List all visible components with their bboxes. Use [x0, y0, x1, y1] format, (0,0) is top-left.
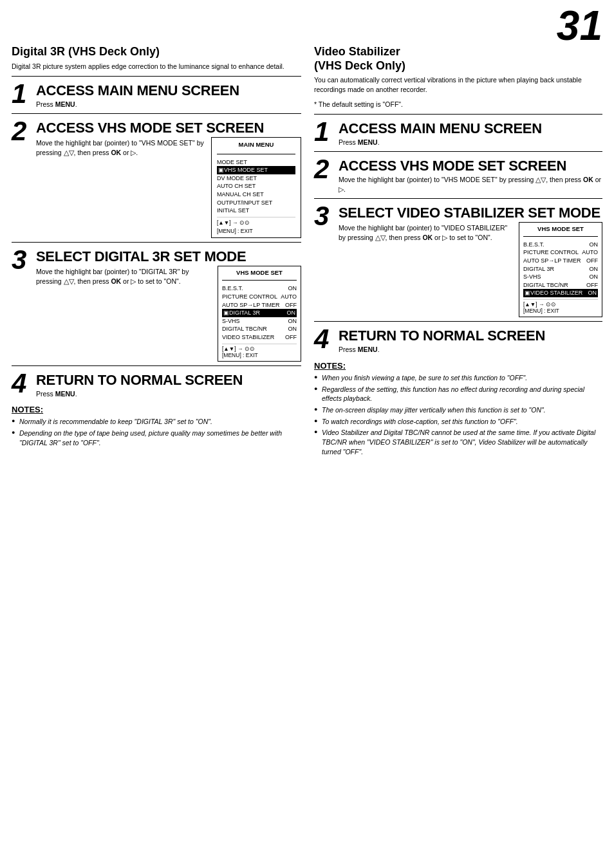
left-step-2-body: Move the highlight bar (pointer) to "VHS… [36, 137, 301, 238]
menu-item-initial-set: INITIAL SET [217, 207, 295, 215]
right-step-3-vhs-footer: [▲▼] → ⊙⊙[MENU] : EXIT [523, 299, 598, 314]
main-content: Digital 3R (VHS Deck Only) Digital 3R pi… [0, 39, 614, 465]
left-step-1: 1 ACCESS MAIN MENU SCREEN Press MENU. [12, 80, 301, 109]
right-divider-2 [314, 198, 602, 199]
vhs-item-svhs: S-VHSON [222, 317, 297, 326]
left-step-3-text: Move the highlight bar (pointer) to "DIG… [36, 267, 212, 286]
left-step-2-content: ACCESS VHS MODE SET SCREEN Move the high… [36, 120, 301, 238]
right-step-3-body: Move the highlight bar (pointer) to "VID… [339, 222, 602, 317]
right-divider-3 [314, 321, 602, 322]
right-step-3-text: Move the highlight bar (pointer) to "VID… [339, 223, 514, 242]
left-step-4-heading: RETURN TO NORMAL SCREEN [36, 373, 301, 388]
left-step-2-text: Move the highlight bar (pointer) to "VHS… [36, 138, 206, 157]
right-step-2-number: 2 [314, 156, 335, 183]
left-notes: NOTES: Normally it is recommendable to k… [12, 405, 301, 447]
menu-item-manual-ch-set: MANUAL CH SET [217, 190, 295, 199]
left-step-3-body: Move the highlight bar (pointer) to "DIG… [36, 266, 301, 361]
page-number: 31 [557, 5, 602, 46]
left-step-1-number: 1 [12, 80, 32, 107]
left-step-3-number: 3 [12, 246, 32, 273]
right-step-4: 4 RETURN TO NORMAL SCREEN Press MENU. [314, 326, 602, 355]
right-step-4-content: RETURN TO NORMAL SCREEN Press MENU. [339, 328, 602, 355]
right-section-desc: You can automatically correct vertical v… [314, 75, 602, 94]
right-note-4: To watch recordings with close-caption, … [314, 417, 602, 427]
left-notes-title: NOTES: [12, 405, 301, 414]
left-step-4-number: 4 [12, 370, 32, 397]
right-section-title: Video Stabilizer(VHS Deck Only) [314, 45, 602, 73]
right-step-3-vhs-title: VHS MODE SET [523, 225, 598, 232]
right-vhs-item-svhs: S-VHSON [523, 273, 598, 281]
right-vhs-item-auto-sp: AUTO SP→LP TIMEROFF [523, 257, 598, 265]
left-column: Digital 3R (VHS Deck Only) Digital 3R pi… [12, 45, 301, 458]
menu-item-auto-ch-set: AUTO CH SET [217, 182, 295, 190]
left-step-1-heading: ACCESS MAIN MENU SCREEN [36, 83, 301, 98]
menu-divider [217, 154, 295, 154]
menu-item-dv-mode-set: DV MODE SET [217, 174, 295, 183]
left-step-1-text: Press MENU. [36, 100, 301, 109]
right-divider-top [314, 114, 602, 115]
left-step-2-heading: ACCESS VHS MODE SET SCREEN [36, 120, 301, 136]
menu-item-output-input-set: OUTPUT/INPUT SET [217, 199, 295, 207]
left-step-4-content: RETURN TO NORMAL SCREEN Press MENU. [36, 373, 301, 399]
right-vhs-item-best: B.E.S.T.ON [523, 241, 598, 249]
left-step-3: 3 SELECT DIGITAL 3R SET MODE Move the hi… [12, 246, 301, 361]
right-notes: NOTES: When you finish viewing a tape, b… [314, 361, 602, 457]
left-step-4: 4 RETURN TO NORMAL SCREEN Press MENU. [12, 370, 301, 399]
right-divider-1 [314, 151, 602, 152]
vhs-item-auto-sp: AUTO SP→LP TIMEROFF [222, 301, 297, 309]
menu-item-mode-set: MODE SET [217, 158, 295, 167]
left-step-1-content: ACCESS MAIN MENU SCREEN Press MENU. [36, 83, 301, 109]
right-vhs-item-digital3r: DIGITAL 3RON [523, 265, 598, 273]
left-step-2-menu-box: MAIN MENU MODE SET ▣VHS MODE SET DV MODE… [211, 137, 301, 238]
left-divider-2 [12, 242, 301, 243]
vhs-item-digital-tbc: DIGITAL TBC/NRON [222, 325, 297, 333]
right-step-3-content: SELECT VIDEO STABILIZER SET MODE Move th… [339, 205, 602, 317]
left-note-1: Normally it is recommendable to keep "DI… [12, 417, 301, 427]
left-step-3-vhs-box: VHS MODE SET B.E.S.T.ON PICTURE CONTROLA… [218, 266, 301, 361]
right-step-3: 3 SELECT VIDEO STABILIZER SET MODE Move … [314, 203, 602, 317]
right-step-2-heading: ACCESS VHS MODE SET SCREEN [339, 158, 602, 174]
menu-item-vhs-mode-set: ▣VHS MODE SET [217, 166, 295, 174]
right-step-2-text: Move the highlight bar (pointer) to "VHS… [339, 175, 602, 194]
vhs-divider [222, 280, 297, 281]
left-step-3-content: SELECT DIGITAL 3R SET MODE Move the high… [36, 249, 301, 361]
right-step-4-number: 4 [314, 326, 335, 353]
right-step-1-number: 1 [314, 118, 335, 145]
right-vhs-item-video-stab: ▣VIDEO STABILIZERON [523, 289, 598, 297]
right-step-3-number: 3 [314, 203, 335, 230]
right-step-3-heading: SELECT VIDEO STABILIZER SET MODE [339, 205, 602, 221]
right-note-5: Video Stabilizer and Digital TBC/NR cann… [314, 428, 602, 456]
left-step-3-vhs-title: VHS MODE SET [222, 269, 297, 276]
left-step-4-text: Press MENU. [36, 389, 301, 399]
left-divider-3 [12, 365, 301, 366]
right-note-1: When you finish viewing a tape, be sure … [314, 373, 602, 383]
vhs-item-best: B.E.S.T.ON [222, 284, 297, 293]
right-step-4-text: Press MENU. [339, 345, 602, 355]
left-divider-1 [12, 113, 301, 114]
left-notes-list: Normally it is recommendable to keep "DI… [12, 417, 301, 447]
left-section-title: Digital 3R (VHS Deck Only) [12, 45, 301, 59]
left-divider-top [12, 76, 301, 77]
right-step-4-heading: RETURN TO NORMAL SCREEN [339, 328, 602, 344]
right-note-2: Regardless of the setting, this function… [314, 385, 602, 403]
right-section-default-note: * The default setting is "OFF". [314, 100, 602, 109]
right-notes-title: NOTES: [314, 361, 602, 371]
vhs-item-picture: PICTURE CONTROLAUTO [222, 293, 297, 301]
right-step-2-content: ACCESS VHS MODE SET SCREEN Move the high… [339, 158, 602, 194]
right-step-3-vhs-box: VHS MODE SET B.E.S.T.ON PICTURE CONTROLA… [519, 222, 602, 317]
left-step-3-heading: SELECT DIGITAL 3R SET MODE [36, 249, 301, 264]
right-step-1-heading: ACCESS MAIN MENU SCREEN [339, 121, 602, 136]
right-step-2: 2 ACCESS VHS MODE SET SCREEN Move the hi… [314, 156, 602, 194]
right-step-1-text: Press MENU. [339, 138, 602, 147]
left-step-2: 2 ACCESS VHS MODE SET SCREEN Move the hi… [12, 118, 301, 238]
right-vhs-item-digital-tbc: DIGITAL TBC/NROFF [523, 281, 598, 290]
left-step-3-vhs-footer: [▲▼] → ⊙⊙[MENU] : EXIT [222, 344, 297, 358]
vhs-item-video-stab: VIDEO STABILIZEROFF [222, 333, 297, 342]
left-section-desc: Digital 3R picture system applies edge c… [12, 62, 301, 71]
vhs-item-digital3r: ▣DIGITAL 3RON [222, 309, 297, 317]
right-note-3: The on-screen display may jitter vertica… [314, 405, 602, 415]
right-column: Video Stabilizer(VHS Deck Only) You can … [314, 45, 602, 458]
left-step-2-number: 2 [12, 118, 32, 145]
left-step-2-menu-title: MAIN MENU [217, 140, 295, 149]
right-vhs-divider [523, 236, 598, 237]
